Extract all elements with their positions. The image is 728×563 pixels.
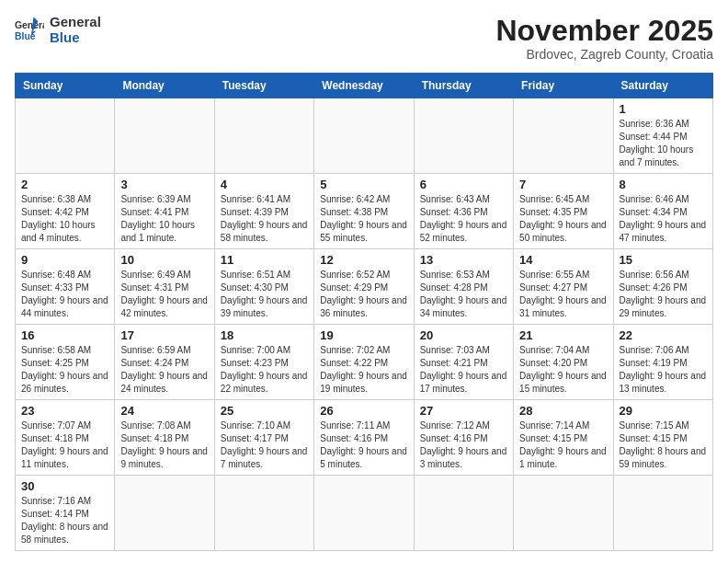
calendar-cell: 28Sunrise: 7:14 AM Sunset: 4:15 PM Dayli…	[514, 400, 613, 476]
weekday-header-friday: Friday	[514, 74, 613, 98]
calendar-week-3: 9Sunrise: 6:48 AM Sunset: 4:33 PM Daylig…	[16, 249, 713, 325]
calendar-cell: 3Sunrise: 6:39 AM Sunset: 4:41 PM Daylig…	[115, 174, 214, 249]
calendar-cell: 7Sunrise: 6:45 AM Sunset: 4:35 PM Daylig…	[514, 174, 613, 249]
calendar-cell: 29Sunrise: 7:15 AM Sunset: 4:15 PM Dayli…	[613, 400, 712, 476]
day-number: 10	[120, 253, 208, 267]
day-info: Sunrise: 6:56 AM Sunset: 4:26 PM Dayligh…	[620, 269, 707, 320]
calendar-cell: 13Sunrise: 6:53 AM Sunset: 4:28 PM Dayli…	[414, 249, 513, 325]
day-number: 3	[120, 178, 208, 191]
day-number: 16	[21, 328, 108, 342]
day-info: Sunrise: 6:36 AM Sunset: 4:44 PM Dayligh…	[620, 118, 707, 169]
day-info: Sunrise: 6:46 AM Sunset: 4:34 PM Dayligh…	[620, 193, 707, 245]
day-number: 8	[620, 178, 707, 191]
calendar-cell: 27Sunrise: 7:12 AM Sunset: 4:16 PM Dayli…	[414, 400, 513, 476]
day-number: 2	[21, 178, 108, 191]
calendar-cell: 14Sunrise: 6:55 AM Sunset: 4:27 PM Dayli…	[514, 249, 613, 325]
logo-blue: Blue	[50, 30, 101, 46]
weekday-header-tuesday: Tuesday	[214, 74, 313, 98]
calendar-cell: 21Sunrise: 7:04 AM Sunset: 4:20 PM Dayli…	[514, 325, 613, 400]
logo-general: General	[50, 15, 101, 30]
day-number: 19	[320, 328, 407, 342]
svg-text:General: General	[15, 20, 44, 30]
day-number: 13	[420, 253, 507, 267]
day-number: 1	[620, 102, 707, 116]
calendar-cell: 1Sunrise: 6:36 AM Sunset: 4:44 PM Daylig…	[613, 98, 712, 174]
calendar-cell: 22Sunrise: 7:06 AM Sunset: 4:19 PM Dayli…	[613, 325, 712, 400]
day-number: 25	[221, 404, 308, 418]
calendar-cell: 25Sunrise: 7:10 AM Sunset: 4:17 PM Dayli…	[214, 400, 313, 476]
calendar-table: SundayMondayTuesdayWednesdayThursdayFrid…	[15, 73, 713, 551]
calendar-cell: 12Sunrise: 6:52 AM Sunset: 4:29 PM Dayli…	[314, 249, 414, 325]
day-info: Sunrise: 6:39 AM Sunset: 4:41 PM Dayligh…	[120, 193, 208, 245]
weekday-header-row: SundayMondayTuesdayWednesdayThursdayFrid…	[16, 74, 713, 98]
calendar-cell	[214, 476, 313, 551]
weekday-header-thursday: Thursday	[414, 74, 513, 98]
day-info: Sunrise: 7:02 AM Sunset: 4:22 PM Dayligh…	[320, 344, 407, 396]
day-info: Sunrise: 7:04 AM Sunset: 4:20 PM Dayligh…	[519, 344, 607, 396]
calendar-cell	[115, 476, 214, 551]
calendar-cell: 15Sunrise: 6:56 AM Sunset: 4:26 PM Dayli…	[613, 249, 712, 325]
day-number: 30	[21, 479, 108, 493]
calendar-week-2: 2Sunrise: 6:38 AM Sunset: 4:42 PM Daylig…	[16, 174, 713, 249]
weekday-header-monday: Monday	[115, 74, 214, 98]
day-info: Sunrise: 7:10 AM Sunset: 4:17 PM Dayligh…	[221, 419, 308, 471]
calendar-cell	[414, 476, 513, 551]
calendar-cell: 26Sunrise: 7:11 AM Sunset: 4:16 PM Dayli…	[314, 400, 414, 476]
calendar-cell: 9Sunrise: 6:48 AM Sunset: 4:33 PM Daylig…	[16, 249, 115, 325]
calendar-cell: 17Sunrise: 6:59 AM Sunset: 4:24 PM Dayli…	[115, 325, 214, 400]
day-info: Sunrise: 7:11 AM Sunset: 4:16 PM Dayligh…	[320, 419, 407, 471]
day-info: Sunrise: 7:15 AM Sunset: 4:15 PM Dayligh…	[620, 419, 707, 471]
day-info: Sunrise: 6:59 AM Sunset: 4:24 PM Dayligh…	[120, 344, 208, 396]
day-info: Sunrise: 7:03 AM Sunset: 4:21 PM Dayligh…	[420, 344, 507, 396]
weekday-header-saturday: Saturday	[613, 74, 712, 98]
calendar-cell: 8Sunrise: 6:46 AM Sunset: 4:34 PM Daylig…	[613, 174, 712, 249]
weekday-header-sunday: Sunday	[16, 74, 115, 98]
calendar-cell	[314, 476, 414, 551]
calendar-cell: 4Sunrise: 6:41 AM Sunset: 4:39 PM Daylig…	[214, 174, 313, 249]
calendar-cell: 19Sunrise: 7:02 AM Sunset: 4:22 PM Dayli…	[314, 325, 414, 400]
day-info: Sunrise: 7:12 AM Sunset: 4:16 PM Dayligh…	[420, 419, 507, 471]
calendar-week-4: 16Sunrise: 6:58 AM Sunset: 4:25 PM Dayli…	[16, 325, 713, 400]
calendar-cell: 6Sunrise: 6:43 AM Sunset: 4:36 PM Daylig…	[414, 174, 513, 249]
calendar-cell: 20Sunrise: 7:03 AM Sunset: 4:21 PM Dayli…	[414, 325, 513, 400]
calendar-cell: 11Sunrise: 6:51 AM Sunset: 4:30 PM Dayli…	[214, 249, 313, 325]
calendar-cell: 16Sunrise: 6:58 AM Sunset: 4:25 PM Dayli…	[16, 325, 115, 400]
day-number: 18	[221, 328, 308, 342]
day-info: Sunrise: 6:49 AM Sunset: 4:31 PM Dayligh…	[120, 269, 208, 320]
day-number: 23	[21, 404, 108, 418]
calendar-cell: 30Sunrise: 7:16 AM Sunset: 4:14 PM Dayli…	[16, 476, 115, 551]
day-info: Sunrise: 7:16 AM Sunset: 4:14 PM Dayligh…	[21, 495, 108, 546]
day-info: Sunrise: 6:52 AM Sunset: 4:29 PM Dayligh…	[320, 269, 407, 320]
day-number: 22	[620, 328, 707, 342]
calendar-week-6: 30Sunrise: 7:16 AM Sunset: 4:14 PM Dayli…	[16, 476, 713, 551]
day-number: 7	[519, 178, 607, 191]
day-number: 4	[221, 178, 308, 191]
day-number: 9	[21, 253, 108, 267]
day-number: 26	[320, 404, 407, 418]
calendar-cell	[514, 476, 613, 551]
day-info: Sunrise: 6:53 AM Sunset: 4:28 PM Dayligh…	[420, 269, 507, 320]
day-number: 17	[120, 328, 208, 342]
calendar-cell: 18Sunrise: 7:00 AM Sunset: 4:23 PM Dayli…	[214, 325, 313, 400]
calendar-cell	[16, 98, 115, 174]
calendar-cell	[514, 98, 613, 174]
day-number: 6	[420, 178, 507, 191]
day-number: 29	[620, 404, 707, 418]
day-number: 27	[420, 404, 507, 418]
calendar-cell	[214, 98, 313, 174]
day-info: Sunrise: 6:58 AM Sunset: 4:25 PM Dayligh…	[21, 344, 108, 396]
calendar-week-5: 23Sunrise: 7:07 AM Sunset: 4:18 PM Dayli…	[16, 400, 713, 476]
calendar-cell	[414, 98, 513, 174]
day-info: Sunrise: 6:41 AM Sunset: 4:39 PM Dayligh…	[221, 193, 308, 245]
page-header: General Blue General Blue November 2025 …	[15, 15, 713, 62]
calendar-cell: 2Sunrise: 6:38 AM Sunset: 4:42 PM Daylig…	[16, 174, 115, 249]
day-info: Sunrise: 6:45 AM Sunset: 4:35 PM Dayligh…	[519, 193, 607, 245]
calendar-cell	[314, 98, 414, 174]
day-number: 12	[320, 253, 407, 267]
day-number: 15	[620, 253, 707, 267]
calendar-cell: 5Sunrise: 6:42 AM Sunset: 4:38 PM Daylig…	[314, 174, 414, 249]
day-info: Sunrise: 6:42 AM Sunset: 4:38 PM Dayligh…	[320, 193, 407, 245]
calendar-cell	[613, 476, 712, 551]
day-info: Sunrise: 7:00 AM Sunset: 4:23 PM Dayligh…	[221, 344, 308, 396]
day-number: 20	[420, 328, 507, 342]
